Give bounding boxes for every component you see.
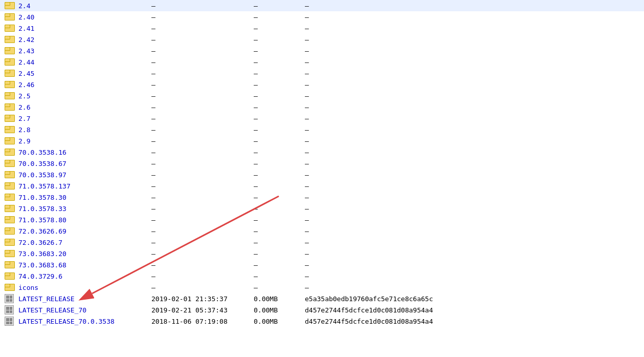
size-cell: – [254,103,305,111]
file-link[interactable]: 72.0.3626.7 [18,239,62,246]
date-cell: – [151,182,254,190]
list-item: 72.0.3626.69––– [0,225,644,237]
folder-icon [5,205,14,212]
date-cell: 2018-11-06 07:19:08 [151,318,254,325]
date-cell: – [151,261,254,269]
folder-icon [5,137,14,144]
file-link[interactable]: 2.44 [18,58,34,66]
file-link[interactable]: 2.43 [18,47,34,55]
list-item: 74.0.3729.6––– [0,270,644,282]
date-cell: – [151,284,254,291]
file-link[interactable]: LATEST_RELEASE_70 [18,306,86,314]
hash-cell: – [305,261,644,269]
file-link[interactable]: 2.7 [18,115,30,122]
date-cell: – [151,13,254,21]
list-item: 2.41––– [0,23,644,34]
file-link[interactable]: 2.6 [18,103,30,111]
file-link[interactable]: 70.0.3538.16 [18,149,66,156]
list-item: 2.6––– [0,101,644,113]
hash-cell: – [305,81,644,89]
list-item: 70.0.3538.97––– [0,169,644,180]
hash-cell: – [305,92,644,100]
list-item: LATEST_RELEASE_702019-02-21 05:37:430.00… [0,304,644,316]
hash-cell: – [305,137,644,145]
size-cell: – [254,149,305,156]
folder-icon [5,36,14,43]
size-cell: 0.00MB [254,306,305,314]
size-cell: 0.00MB [254,295,305,303]
file-link[interactable]: 72.0.3626.69 [18,227,66,235]
hash-cell: – [305,13,644,21]
folder-icon [5,284,14,291]
file-link[interactable]: 73.0.3683.68 [18,261,66,269]
file-link[interactable]: 2.5 [18,92,30,100]
file-link[interactable]: 70.0.3538.97 [18,171,66,179]
list-item: 70.0.3538.16––– [0,146,644,158]
size-cell: – [254,182,305,190]
file-link[interactable]: 2.40 [18,13,34,21]
hash-cell: – [305,194,644,201]
size-cell: – [254,250,305,258]
date-cell: – [151,36,254,44]
list-item: 71.0.3578.137––– [0,180,644,192]
file-link[interactable]: 2.9 [18,137,30,145]
file-link[interactable]: 2.41 [18,25,34,32]
folder-icon [5,81,14,88]
size-cell: – [254,13,305,21]
file-link[interactable]: 73.0.3683.20 [18,250,66,258]
file-link[interactable]: 70.0.3538.67 [18,160,66,167]
folder-icon [5,47,14,54]
hash-cell: – [305,25,644,32]
hash-cell: – [305,115,644,122]
size-cell: – [254,2,305,10]
file-link[interactable]: 2.8 [18,126,30,134]
date-cell: – [151,205,254,213]
date-cell: – [151,149,254,156]
list-item: 2.46––– [0,79,644,90]
list-item: LATEST_RELEASE_70.0.35382018-11-06 07:19… [0,316,644,327]
folder-icon [5,25,14,32]
folder-icon [5,227,14,235]
date-cell: – [151,58,254,66]
file-link[interactable]: 2.4 [18,2,30,10]
size-cell: – [254,160,305,167]
hash-cell: – [305,227,644,235]
file-link[interactable]: LATEST_RELEASE_70.0.3538 [18,318,115,325]
date-cell: – [151,160,254,167]
size-cell: – [254,227,305,235]
list-item: 2.43––– [0,45,644,56]
folder-icon [5,92,14,99]
folder-icon [5,272,14,280]
hash-cell: – [305,284,644,291]
folder-icon [5,239,14,246]
file-link[interactable]: 74.0.3729.6 [18,272,62,280]
hash-cell: – [305,171,644,179]
folder-icon [5,171,14,178]
file-link[interactable]: icons [18,284,38,291]
file-link[interactable]: 71.0.3578.80 [18,216,66,224]
size-cell: – [254,81,305,89]
file-link[interactable]: 2.45 [18,70,34,77]
date-cell: – [151,171,254,179]
date-cell: – [151,92,254,100]
list-item: 71.0.3578.33––– [0,203,644,214]
size-cell: – [254,115,305,122]
file-link[interactable]: 71.0.3578.33 [18,205,66,213]
size-cell: – [254,126,305,134]
size-cell: – [254,239,305,246]
file-link[interactable]: 2.42 [18,36,34,44]
folder-icon [5,103,14,111]
size-cell: – [254,284,305,291]
list-item: 2.42––– [0,34,644,45]
file-link[interactable]: 71.0.3578.30 [18,194,66,201]
hash-cell: – [305,70,644,77]
symlink-icon [5,305,14,314]
folder-icon [5,2,14,9]
file-link[interactable]: LATEST_RELEASE [18,295,75,303]
file-link[interactable]: 2.46 [18,81,34,89]
date-cell: – [151,227,254,235]
list-item: 2.4––– [0,0,644,11]
file-link[interactable]: 71.0.3578.137 [18,182,71,190]
hash-cell: – [305,58,644,66]
size-cell: – [254,70,305,77]
